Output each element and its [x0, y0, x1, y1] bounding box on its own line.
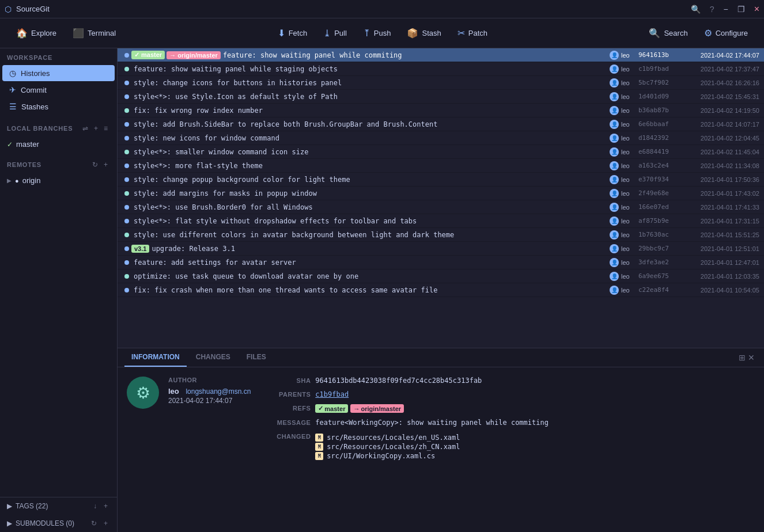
search-button[interactable]: 🔍 Search — [642, 24, 694, 42]
commit-row[interactable]: ✓ master→ origin/master feature: show wa… — [118, 48, 764, 62]
commit-sha: 29bbc9c7 — [638, 245, 679, 252]
explore-button[interactable]: 🏠 Explore — [9, 24, 63, 42]
branch-add-button[interactable]: + — [92, 123, 100, 134]
commit-row[interactable]: style<*>: use Style.Icon as default styl… — [118, 90, 764, 104]
commit-row[interactable]: style<*>: more flat-style theme 👤 leo a1… — [118, 159, 764, 173]
ref-origin-icon: → — [353, 405, 360, 412]
origin-icon: ● — [15, 177, 19, 184]
changed-row: CHANGED M src/Resources/Locales/en_US.xa… — [264, 432, 755, 460]
commit-row[interactable]: style: change popup background color for… — [118, 173, 764, 187]
tags-fetch-button[interactable]: ↓ — [91, 501, 99, 511]
commit-row[interactable]: optimize: use task queue to download ava… — [118, 269, 764, 283]
expand-submodules-icon: ▶ — [7, 519, 12, 527]
close-button[interactable]: × — [754, 4, 759, 14]
commit-graph — [122, 122, 131, 127]
remotes-header: REMOTES ↻ + — [0, 156, 117, 173]
push-button[interactable]: ⤒ Push — [356, 24, 398, 42]
sha-row: SHA 9641613bdb4423038f09fed7c4cc28b45c31… — [264, 377, 755, 385]
app-icon: ⬡ — [5, 5, 12, 14]
commit-author: leo — [621, 66, 638, 73]
commit-dot — [124, 136, 129, 140]
parents-value[interactable]: c1b9fbad — [315, 390, 755, 398]
sidebar-item-stashes[interactable]: ☰ Stashes — [2, 98, 115, 115]
remote-add-button[interactable]: + — [101, 159, 110, 170]
sidebar-item-commit[interactable]: ✈ Commit — [2, 82, 115, 98]
remote-fetch-button[interactable]: ↻ — [90, 159, 100, 170]
commit-row[interactable]: style<*>: use Brush.Border0 for all Wind… — [118, 200, 764, 214]
commit-date: 2021-04-02 11:45:04 — [679, 149, 759, 155]
commit-author: leo — [621, 287, 638, 294]
main-content: ✓ master→ origin/master feature: show wa… — [118, 48, 764, 532]
layout-buttons: ⊞ ✕ — [736, 348, 757, 367]
commit-date: 2021-04-02 14:19:50 — [679, 107, 759, 114]
commit-row[interactable]: style: change icons for buttons in histo… — [118, 76, 764, 90]
message-row: MESSAGE feature<WorkingCopy>: show waiti… — [264, 419, 755, 427]
commit-date: 2021-04-02 14:07:17 — [679, 121, 759, 128]
commit-message: style: change icons for buttons in histo… — [134, 79, 607, 87]
parents-label: PARENTS — [264, 390, 311, 398]
commit-row[interactable]: style: new icons for window command 👤 le… — [118, 131, 764, 145]
commit-dot — [124, 67, 129, 71]
tags-add-button[interactable]: + — [101, 501, 110, 511]
commit-dot — [124, 260, 129, 265]
sidebar-item-origin[interactable]: ▶ ● origin — [0, 173, 117, 188]
commit-author: leo — [621, 190, 638, 197]
commit-row[interactable]: style: use different colors in avatar ba… — [118, 228, 764, 242]
commit-graph — [122, 191, 131, 196]
stash-icon: 📦 — [407, 28, 418, 39]
stash-button[interactable]: 📦 Stash — [400, 24, 448, 42]
commit-row[interactable]: v3.1 upgrade: Release 3.1 👤 leo 29bbc9c7… — [118, 242, 764, 256]
submodules-update-button[interactable]: ↻ — [89, 518, 99, 529]
commit-row[interactable]: style: add margins for masks in popup wi… — [118, 187, 764, 200]
origin-label: origin — [22, 176, 41, 185]
commit-row[interactable]: fix: fix crash when more than one thread… — [118, 283, 764, 297]
branch-actions: ⇌ + ≡ — [80, 123, 110, 134]
commit-author: leo — [621, 79, 638, 86]
commit-row[interactable]: fix: fix wrong row index number 👤 leo b3… — [118, 104, 764, 117]
sidebar-item-histories[interactable]: ◷ Histories — [2, 65, 115, 81]
titlebar: ⬡ SourceGit 🔍 ? − ❐ × — [0, 0, 764, 18]
commit-list[interactable]: ✓ master→ origin/master feature: show wa… — [118, 48, 764, 348]
layout-horizontal-icon[interactable]: ⊞ — [739, 353, 746, 362]
commit-dot — [124, 233, 129, 237]
branch-merge-button[interactable]: ⇌ — [80, 123, 90, 134]
commit-graph — [122, 246, 131, 251]
commit-dot — [124, 288, 129, 292]
terminal-button[interactable]: ⬛ Terminal — [66, 24, 123, 42]
tab-files[interactable]: FILES — [240, 348, 273, 367]
changed-files: M src/Resources/Locales/en_US.xaml M src… — [315, 434, 755, 460]
sidebar-item-submodules[interactable]: ▶ SUBMODULES (0) ↻ + — [0, 515, 117, 532]
commit-row[interactable]: style<*>: smaller window command icon si… — [118, 145, 764, 159]
commit-graph — [122, 94, 131, 99]
maximize-button[interactable]: ❐ — [737, 5, 745, 14]
app-title: SourceGit — [16, 5, 50, 13]
tab-information[interactable]: INFORMATION — [124, 348, 187, 367]
commit-row[interactable]: style<*>: flat style without dropshadow … — [118, 214, 764, 228]
commit-badges: v3.1 — [131, 245, 149, 253]
commit-author-avatar: 👤 — [610, 106, 619, 115]
commit-sha: 1d401d09 — [638, 93, 679, 100]
submodules-add-button[interactable]: + — [101, 518, 110, 529]
minimize-button[interactable]: − — [723, 5, 728, 14]
sidebar-item-tags[interactable]: ▶ TAGS (22) ↓ + — [0, 497, 117, 515]
pull-icon: ⤓ — [323, 28, 331, 39]
commit-date: 2021-04-01 17:50:36 — [679, 176, 759, 183]
commit-message: fix: fix wrong row index number — [134, 107, 607, 115]
configure-button[interactable]: ⚙ Configure — [697, 24, 755, 42]
commit-author-avatar: 👤 — [610, 272, 619, 281]
commit-row[interactable]: style: add Brush.SideBar to replace both… — [118, 117, 764, 131]
branch-filter-button[interactable]: ≡ — [101, 123, 110, 134]
commit-row[interactable]: feature: show waiting panel while stagin… — [118, 62, 764, 76]
patch-button[interactable]: ✂ Patch — [451, 24, 494, 42]
workspace-header: WORKSPACE — [0, 51, 117, 64]
layout-vertical-icon[interactable]: ✕ — [748, 353, 755, 362]
commit-dot — [124, 164, 129, 168]
commit-author-avatar: 👤 — [610, 258, 619, 267]
commit-row[interactable]: feature: add settings for avatar server … — [118, 256, 764, 269]
pull-button[interactable]: ⤓ Pull — [316, 24, 354, 42]
sidebar-item-master[interactable]: ✓ master — [0, 137, 117, 151]
commit-author: leo — [621, 231, 638, 238]
commit-author-avatar: 👤 — [610, 161, 619, 170]
tab-changes[interactable]: CHANGES — [189, 348, 237, 367]
fetch-button[interactable]: ⬇ Fetch — [271, 24, 315, 42]
